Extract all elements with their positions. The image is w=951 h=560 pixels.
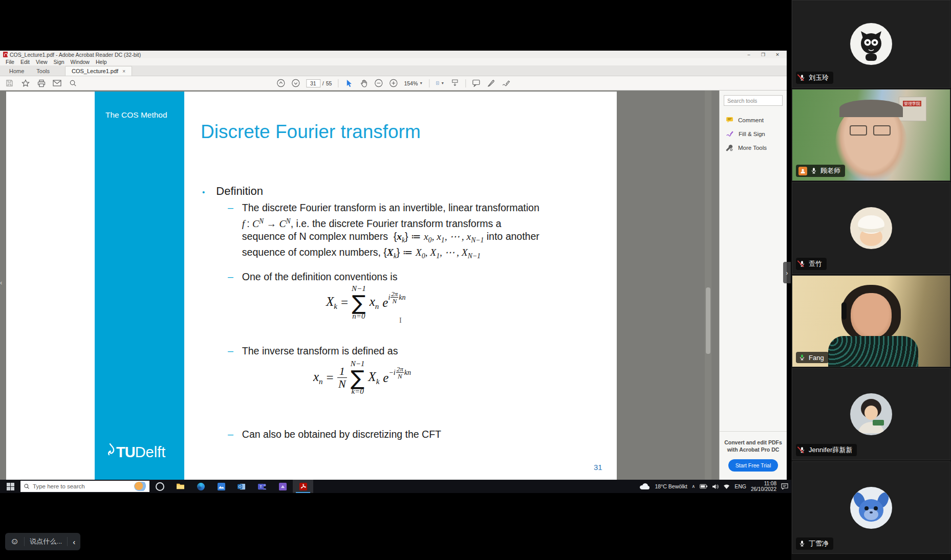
panel-item-fill-sign[interactable]: Fill & Sign	[720, 127, 787, 141]
mic-on-icon	[798, 540, 806, 548]
edge-icon[interactable]	[190, 480, 211, 493]
video-tile[interactable]: 刘玉玲	[792, 0, 950, 88]
tray-expand-icon[interactable]: ∧	[692, 484, 696, 489]
mic-on-icon	[810, 167, 817, 175]
menu-sign[interactable]: Sign	[51, 59, 67, 65]
f2-coef-den: N	[338, 378, 346, 390]
highlight-tool-icon[interactable]	[487, 79, 495, 87]
participant-name: 刘玉玲	[809, 73, 829, 82]
fill-sign-tool-icon[interactable]	[502, 79, 510, 87]
file-explorer-icon[interactable]	[170, 480, 190, 493]
panel-item-comment[interactable]: Comment	[720, 113, 787, 127]
menu-edit[interactable]: Edit	[18, 59, 32, 65]
acrobat-app-icon	[3, 52, 8, 57]
zoom-out-icon[interactable]	[374, 79, 383, 87]
comment-tool-icon[interactable]	[472, 79, 481, 87]
tab-tools[interactable]: Tools	[30, 66, 56, 76]
tab-document-label: COS_Lecture1.pdf	[72, 68, 118, 74]
vertical-scrollbar[interactable]	[705, 91, 711, 481]
video-tile[interactable]: 管理学院 顾老师	[792, 89, 950, 181]
bullet-cft-label: Can also be obtained by discretizing the…	[242, 428, 441, 441]
video-tile[interactable]: Jennifer薛新新	[792, 368, 950, 460]
collapse-videos-arrow[interactable]: ›	[783, 262, 791, 283]
window-title: COS_Lecture1.pdf - Adobe Acrobat Reader …	[10, 52, 141, 58]
promo-line2: with Acrobat Pro DC	[724, 446, 783, 453]
video-tile[interactable]: 丁雪净	[792, 461, 950, 554]
weather-text[interactable]: 18°C Bewölkt	[655, 483, 687, 489]
network-icon[interactable]	[723, 484, 730, 489]
start-button[interactable]	[0, 480, 20, 493]
system-tray: 18°C Bewölkt ∧ ENG 11:08 26/10/2022	[640, 481, 791, 492]
page-separator: /	[322, 80, 324, 86]
start-free-trial-button[interactable]: Start Free Trial	[728, 459, 778, 472]
next-page-icon[interactable]	[291, 79, 300, 87]
menu-bar: File Edit View Sign Window Help	[0, 58, 787, 65]
f2-term: Xk	[368, 370, 379, 386]
action-center-icon[interactable]	[781, 483, 788, 489]
cortana-icon[interactable]	[149, 480, 170, 493]
panel-item-more-tools[interactable]: More Tools	[720, 141, 787, 155]
taskbar-search[interactable]: Type here to search	[20, 481, 149, 492]
photos-app-icon[interactable]	[211, 480, 231, 493]
volume-icon[interactable]	[712, 484, 719, 489]
bullet-definition-label: Definition	[216, 185, 263, 200]
clock[interactable]: 11:08 26/10/2022	[751, 481, 776, 492]
battery-icon[interactable]	[700, 484, 707, 489]
document-area: ‹ The COS Method TUDelft Discrete Fourie…	[0, 91, 719, 481]
video-tile[interactable]: Fang	[792, 275, 950, 367]
menu-view[interactable]: View	[33, 59, 50, 65]
tab-document[interactable]: COS_Lecture1.pdf ×	[65, 66, 132, 76]
select-tool-icon[interactable]	[344, 79, 353, 87]
formula-inverse-dft: xn = 1 N N−1 ∑ k=0 Xk e −i	[313, 360, 411, 396]
chat-collapse-icon[interactable]: ‹	[73, 537, 75, 546]
nav-pane-arrow-icon[interactable]: ‹	[0, 279, 2, 286]
panel-item-comment-label: Comment	[738, 117, 764, 123]
search-icon[interactable]	[69, 79, 77, 87]
acrobat-taskbar-icon[interactable]	[293, 480, 313, 493]
pdf-page: The COS Method TUDelft Discrete Fourier …	[6, 92, 617, 481]
hand-tool-icon[interactable]	[359, 79, 368, 87]
scroll-mode-icon[interactable]	[450, 79, 459, 87]
email-icon[interactable]	[53, 79, 61, 87]
logo-delft: Delft	[135, 444, 166, 461]
glasses-right	[873, 125, 891, 136]
print-icon[interactable]	[37, 79, 46, 87]
tab-home[interactable]: Home	[3, 66, 30, 76]
video-tile[interactable]: 萱竹	[792, 182, 950, 274]
menu-help[interactable]: Help	[93, 59, 110, 65]
star-icon[interactable]	[21, 79, 30, 87]
menu-file[interactable]: File	[3, 59, 17, 65]
app-icon-purple[interactable]	[272, 480, 293, 493]
search-tools-input[interactable]	[724, 95, 783, 106]
restore-button[interactable]: ❐	[756, 51, 770, 58]
previous-page-icon[interactable]	[276, 79, 285, 87]
tab-close-icon[interactable]: ×	[122, 69, 125, 74]
panel-item-more-tools-label: More Tools	[738, 145, 767, 151]
scrollbar-thumb[interactable]	[706, 287, 710, 354]
f2-coefficient: 1 N	[337, 365, 347, 390]
sigma-icon: ∑	[351, 368, 364, 388]
f1-e: e	[382, 296, 388, 310]
chat-input[interactable]: 说点什么...	[30, 537, 62, 546]
scene-sign: 管理学院	[903, 101, 921, 106]
f2-frac-num: 2π	[396, 366, 404, 373]
toolbar: 31 / 55 154% ▼ ▼	[0, 76, 787, 91]
participant-nametag: 萱竹	[796, 258, 827, 270]
minimize-button[interactable]: –	[742, 51, 756, 58]
f1-term: xn	[370, 295, 379, 311]
emoji-icon[interactable]: ☺	[10, 536, 19, 547]
close-button[interactable]: ✕	[770, 51, 785, 58]
language-indicator[interactable]: ENG	[734, 483, 746, 489]
search-highlight-icon	[134, 482, 147, 491]
page-number-input[interactable]: 31	[306, 79, 320, 87]
outlook-icon[interactable]: O	[231, 480, 252, 493]
save-icon[interactable]	[5, 79, 14, 87]
zoom-in-icon[interactable]	[389, 79, 398, 87]
avatar	[850, 23, 892, 65]
teams-icon[interactable]: T	[252, 480, 272, 493]
portrait-avatar-icon	[850, 393, 892, 435]
menu-window[interactable]: Window	[68, 59, 92, 65]
page-view-icon[interactable]: ▼	[436, 79, 444, 87]
participant-nametag: Fang	[796, 352, 829, 363]
zoom-level-control[interactable]: 154% ▼	[404, 80, 423, 86]
